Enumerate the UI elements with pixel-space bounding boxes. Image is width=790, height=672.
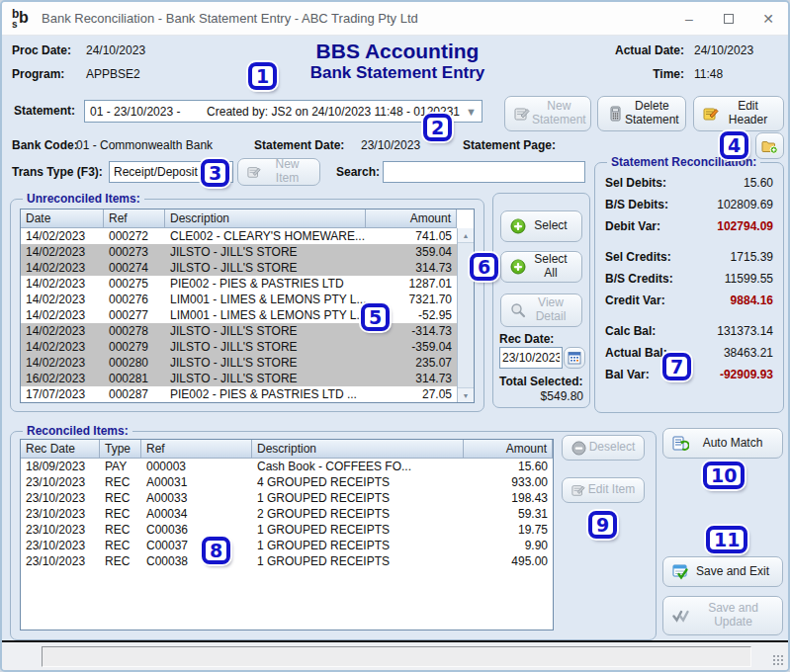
sel-debits-value: 15.60: [744, 176, 773, 190]
statement-date-value: 23/10/2023: [361, 138, 420, 152]
cell-date: 14/02/2023: [21, 323, 104, 339]
table-row[interactable]: 23/10/2023RECA000342 GROUPED RECEIPTS59.…: [21, 506, 553, 522]
cell-amount: 19.75: [464, 522, 553, 538]
total-selected-value: $549.80: [499, 389, 583, 403]
table-row[interactable]: 14/02/2023000272CLE002 - CLEARY'S HOMEWA…: [21, 228, 457, 244]
select-all-button[interactable]: Select All: [500, 251, 582, 283]
minimize-button[interactable]: –: [669, 2, 709, 35]
delete-statement-button[interactable]: Delete Statement: [597, 96, 686, 131]
cell-ref: 000277: [104, 307, 165, 323]
table-row[interactable]: 14/02/2023000273JILSTO - JILL'S STORE359…: [21, 244, 457, 260]
table-row[interactable]: 17/07/2023000287PIE002 - PIES & PASTRIES…: [21, 386, 457, 402]
cell-ref: A00031: [141, 474, 252, 490]
reconciled-table-header: Rec Date Type Ref Description Amount: [21, 440, 553, 459]
column-header-type[interactable]: Type: [100, 440, 141, 458]
search-value[interactable]: [388, 165, 580, 179]
column-header-ref[interactable]: Ref: [141, 440, 252, 458]
cell-type: REC: [100, 553, 141, 569]
select-button[interactable]: Select: [500, 210, 582, 242]
edit-item-button[interactable]: Edit Item: [562, 477, 645, 503]
table-row[interactable]: 14/02/2023000274JILSTO - JILL'S STORE314…: [21, 260, 457, 276]
debit-var-label: Debit Var:: [605, 219, 660, 233]
cell-rec_date: 23/10/2023: [21, 522, 100, 538]
scroll-up-icon[interactable]: ▲: [458, 228, 474, 243]
total-selected-label: Total Selected:: [499, 375, 582, 388]
column-header-description[interactable]: Description: [165, 210, 366, 227]
cell-desc: JILSTO - JILL'S STORE: [165, 323, 366, 339]
column-header-amount[interactable]: Amount: [366, 210, 457, 227]
new-statement-button[interactable]: New Statement: [504, 96, 591, 131]
reconciled-group-title: Reconciled Items:: [23, 424, 132, 438]
cell-date: 14/02/2023: [21, 292, 104, 307]
cell-date: 14/02/2023: [21, 228, 104, 244]
cell-amount: 314.73: [366, 371, 457, 386]
statement-label: Statement:: [14, 104, 75, 118]
table-row[interactable]: 14/02/2023000276LIM001 - LIMES & LEMONS …: [21, 292, 457, 307]
program-label: Program:: [12, 67, 64, 81]
folder-plus-icon: [761, 138, 778, 154]
edit-item-label: Edit Item: [585, 483, 638, 497]
program-value: APPBSE2: [86, 67, 140, 81]
auto-match-button[interactable]: Auto Match: [662, 428, 783, 459]
view-detail-button[interactable]: View Detail: [500, 294, 582, 327]
close-button[interactable]: ✕: [748, 2, 788, 35]
bank-code-value: 01 - Commonwealth Bank: [76, 138, 213, 152]
cell-ref: 000279: [104, 339, 165, 355]
calendar-button[interactable]: [564, 347, 585, 369]
cell-desc: JILSTO - JILL'S STORE: [165, 355, 366, 371]
reconciled-table: Rec Date Type Ref Description Amount 18/…: [20, 439, 554, 630]
table-row[interactable]: 23/10/2023RECA000314 GROUPED RECEIPTS933…: [21, 474, 553, 490]
table-row[interactable]: 14/02/2023000275PIE002 - PIES & PASTRIES…: [21, 276, 457, 292]
save-and-update-button[interactable]: Save and Update: [662, 596, 783, 635]
resize-grip-icon[interactable]: [772, 654, 784, 666]
cell-date: 14/02/2023: [21, 276, 104, 292]
table-row[interactable]: 14/02/2023000279JILSTO - JILL'S STORE-35…: [21, 339, 457, 355]
search-input[interactable]: [383, 161, 585, 183]
cell-desc: 1 GROUPED RECEIPTS: [252, 490, 464, 506]
table-row[interactable]: 14/02/2023000280JILSTO - JILL'S STORE235…: [21, 355, 457, 371]
table-row[interactable]: 23/10/2023RECA000331 GROUPED RECEIPTS198…: [21, 490, 553, 506]
edit-header-button[interactable]: Edit Header: [693, 96, 784, 131]
table-row[interactable]: 18/09/2023PAY000003Cash Book - COFFEES F…: [21, 459, 553, 474]
callout-4-badge: 4: [720, 131, 748, 159]
recon-row: B/S Debits:102809.69: [595, 194, 783, 215]
edit-header-label: Edit Header: [719, 100, 777, 127]
plus-circle-icon: [510, 259, 526, 275]
select-label: Select: [526, 219, 575, 233]
cell-date: 17/07/2023: [21, 386, 104, 402]
column-header-date[interactable]: Date: [21, 210, 104, 227]
column-header-description[interactable]: Description: [252, 440, 464, 458]
column-header-amount[interactable]: Amount: [464, 440, 553, 458]
callout-11-badge: 11: [706, 526, 747, 553]
new-statement-label: New Statement: [530, 100, 588, 127]
rec-date-value[interactable]: [502, 351, 560, 365]
new-item-button[interactable]: New Item: [237, 158, 320, 186]
cell-desc: LIM001 - LIMES & LEMONS PTY L...: [165, 292, 366, 307]
rec-date-label: Rec Date:: [499, 332, 554, 346]
table-row[interactable]: 14/02/2023000277LIM001 - LIMES & LEMONS …: [21, 307, 457, 323]
callout-3-badge: 3: [201, 159, 229, 187]
new-item-label: New Item: [261, 158, 313, 186]
table-row[interactable]: 23/10/2023RECC000381 GROUPED RECEIPTS495…: [21, 553, 553, 569]
table-row[interactable]: 16/02/2023000281JILSTO - JILL'S STORE314…: [21, 371, 457, 386]
column-header-rec-date[interactable]: Rec Date: [21, 440, 100, 458]
cell-date: 14/02/2023: [21, 339, 104, 355]
column-header-ref[interactable]: Ref: [104, 210, 165, 227]
cell-date: 14/02/2023: [21, 307, 104, 323]
cell-ref: 000275: [104, 276, 165, 292]
recon-row: Debit Var:102794.09: [595, 215, 783, 237]
cell-type: PAY: [100, 459, 141, 474]
save-and-exit-button[interactable]: Save and Exit: [662, 556, 783, 587]
table-row[interactable]: 14/02/2023000278JILSTO - JILL'S STORE-31…: [21, 323, 457, 339]
table-row[interactable]: 23/10/2023RECC000361 GROUPED RECEIPTS19.…: [21, 522, 553, 538]
cell-ref: C00036: [141, 522, 252, 538]
window-title: Bank Reconciliation - Bank Statement Ent…: [42, 11, 418, 26]
table-row[interactable]: 23/10/2023RECC000371 GROUPED RECEIPTS9.9…: [21, 538, 553, 553]
bs-credits-label: B/S Credits:: [605, 272, 673, 286]
deselect-button[interactable]: Deselect: [562, 435, 645, 461]
maximize-button[interactable]: [709, 2, 748, 35]
sel-debits-label: Sel Debits:: [605, 176, 666, 190]
scroll-down-icon[interactable]: ▼: [458, 387, 474, 402]
unreconciled-group-title: Unreconciled Items:: [23, 192, 144, 206]
rec-date-input[interactable]: [499, 347, 563, 369]
